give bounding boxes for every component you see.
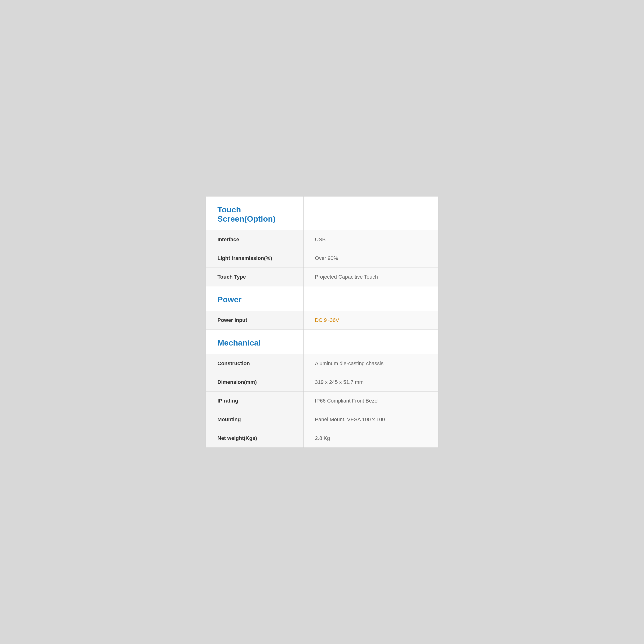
spec-label-cell: Interface [206, 230, 303, 249]
table-row: InterfaceUSB [206, 230, 438, 249]
spec-label-cell: Mounting [206, 410, 303, 429]
spec-value-cell: IP66 Compliant Front Bezel [303, 392, 438, 410]
spec-value-cell: Projected Capacitive Touch [303, 268, 438, 286]
section-header-value-mechanical [303, 330, 438, 354]
spec-value-cell: Aluminum die-casting chassis [303, 354, 438, 373]
spec-label: IP rating [217, 398, 238, 404]
spec-value-cell: 319 x 245 x 51.7 mm [303, 373, 438, 392]
section-header-touch-screen: Touch Screen(Option) [206, 197, 438, 230]
spec-value-cell: Over 90% [303, 249, 438, 268]
table-row: Light transmission(%)Over 90% [206, 249, 438, 268]
spec-value-cell: 2.8 Kg [303, 429, 438, 448]
section-title-text-touch-screen: Touch Screen(Option) [217, 205, 275, 223]
spec-label: Interface [217, 237, 239, 242]
spec-label: Mounting [217, 416, 241, 422]
spec-label: Dimension(mm) [217, 379, 257, 385]
table-row: ConstructionAluminum die-casting chassis [206, 354, 438, 373]
spec-value-cell: DC 9~36V [303, 311, 438, 330]
spec-table: Touch Screen(Option)InterfaceUSBLight tr… [206, 197, 438, 447]
spec-value-cell: USB [303, 230, 438, 249]
spec-label: Net weight(Kgs) [217, 435, 257, 441]
spec-value: Aluminum die-casting chassis [315, 360, 384, 366]
spec-label-cell: IP rating [206, 392, 303, 410]
spec-label-cell: Dimension(mm) [206, 373, 303, 392]
table-row: IP ratingIP66 Compliant Front Bezel [206, 392, 438, 410]
spec-value: USB [315, 237, 326, 242]
table-row: Net weight(Kgs)2.8 Kg [206, 429, 438, 448]
spec-value: Panel Mount, VESA 100 x 100 [315, 416, 385, 422]
spec-label-cell: Construction [206, 354, 303, 373]
table-row: MountingPanel Mount, VESA 100 x 100 [206, 410, 438, 429]
section-header-value-power [303, 286, 438, 311]
section-header-mechanical: Mechanical [206, 330, 438, 354]
section-title-power: Power [206, 286, 303, 311]
spec-value: IP66 Compliant Front Bezel [315, 398, 379, 404]
spec-value: DC 9~36V [315, 317, 339, 323]
spec-value: 2.8 Kg [315, 435, 330, 441]
spec-label-cell: Net weight(Kgs) [206, 429, 303, 448]
spec-label-cell: Touch Type [206, 268, 303, 286]
spec-label-cell: Power input [206, 311, 303, 330]
spec-value-cell: Panel Mount, VESA 100 x 100 [303, 410, 438, 429]
spec-label: Light transmission(%) [217, 255, 272, 261]
section-header-value-touch-screen [303, 197, 438, 230]
spec-value: Projected Capacitive Touch [315, 274, 378, 280]
spec-value: 319 x 245 x 51.7 mm [315, 379, 364, 385]
section-title-touch-screen: Touch Screen(Option) [206, 197, 303, 230]
section-title-text-power: Power [217, 295, 241, 304]
table-row: Touch TypeProjected Capacitive Touch [206, 268, 438, 286]
table-row: Dimension(mm)319 x 245 x 51.7 mm [206, 373, 438, 392]
section-header-power: Power [206, 286, 438, 311]
spec-label: Touch Type [217, 274, 246, 280]
table-row: Power inputDC 9~36V [206, 311, 438, 330]
section-title-text-mechanical: Mechanical [217, 338, 261, 347]
spec-value: Over 90% [315, 255, 338, 261]
spec-label: Construction [217, 360, 250, 366]
section-title-mechanical: Mechanical [206, 330, 303, 354]
spec-label: Power input [217, 317, 247, 323]
spec-label-cell: Light transmission(%) [206, 249, 303, 268]
